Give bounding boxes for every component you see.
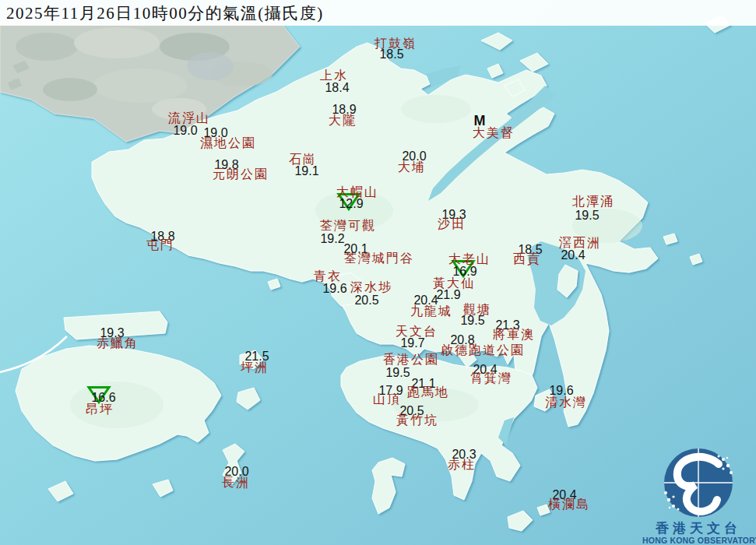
station-name: 山頂 [373, 392, 401, 408]
hko-logo-symbol [642, 447, 754, 519]
station-name: 啟德跑道公園 [441, 343, 525, 359]
station-name: 赤鱲角 [97, 336, 139, 352]
station-name: 跑馬地 [407, 385, 449, 401]
station-name: 香港公園 [383, 352, 439, 368]
station-name: 大隴 [329, 113, 357, 129]
hko-logo-name-zh: 香港天文台 [642, 522, 754, 536]
station-name: 黃竹坑 [396, 413, 438, 429]
station-name: 打鼓嶺 [374, 36, 417, 52]
station-name: 上水 [320, 68, 348, 84]
station-name: 清水灣 [545, 395, 587, 411]
station-name: 濕地公園 [200, 135, 256, 152]
station-name: 元朗公園 [213, 167, 269, 183]
station-name: 屯門 [146, 237, 174, 254]
station-name: 深水埗 [350, 280, 392, 296]
station-name: 將軍澳 [493, 327, 535, 343]
station-name: 荃灣可觀 [320, 218, 376, 234]
station-value: 20.5 [354, 294, 378, 308]
map-title: 2025年11月26日10時00分的氣溫(攝氏度) [0, 2, 324, 24]
hko-logo-name-en: HONG KONG OBSERVATORY [642, 536, 754, 545]
station-name: 黃大仙 [433, 276, 475, 292]
station-name: 赤柱 [448, 457, 476, 473]
station-name: 長洲 [222, 475, 250, 491]
station-value: 19.5 [575, 209, 599, 223]
station-name: 觀塘 [463, 302, 491, 318]
title-bar: 2025年11月26日10時00分的氣溫(攝氏度) [0, 0, 756, 26]
station-name: 大老山 [448, 251, 491, 268]
station-name: 石崗 [289, 152, 317, 168]
station-name: 筲箕灣 [470, 371, 512, 387]
station-name: 天文台 [396, 324, 438, 340]
station-name: 青衣 [314, 269, 342, 285]
station-value: 19.2 [320, 232, 344, 246]
station-name: 橫瀾島 [548, 497, 590, 513]
station-name: 滘西洲 [559, 235, 601, 251]
station-name: 坪洲 [241, 360, 269, 376]
station-name: 大埔 [398, 160, 426, 176]
station-name: 流浮山 [168, 111, 210, 127]
station-value: 19.5 [385, 366, 410, 380]
hko-logo: 香港天文台 HONG KONG OBSERVATORY [642, 447, 754, 543]
station-name: 大帽山 [336, 185, 378, 201]
weather-temperature-map: 2025年11月26日10時00分的氣溫(攝氏度) 18.5打鼓嶺18.4上水1… [0, 0, 756, 545]
station-name: 大美督 [473, 125, 515, 142]
station-name: 沙田 [438, 216, 466, 233]
station-name: 西貢 [513, 251, 541, 268]
station-name: 昂坪 [86, 402, 114, 418]
station-name: 荃灣城門谷 [344, 251, 414, 267]
station-name: 九龍城 [410, 304, 452, 320]
station-name: 北潭涌 [572, 194, 614, 210]
